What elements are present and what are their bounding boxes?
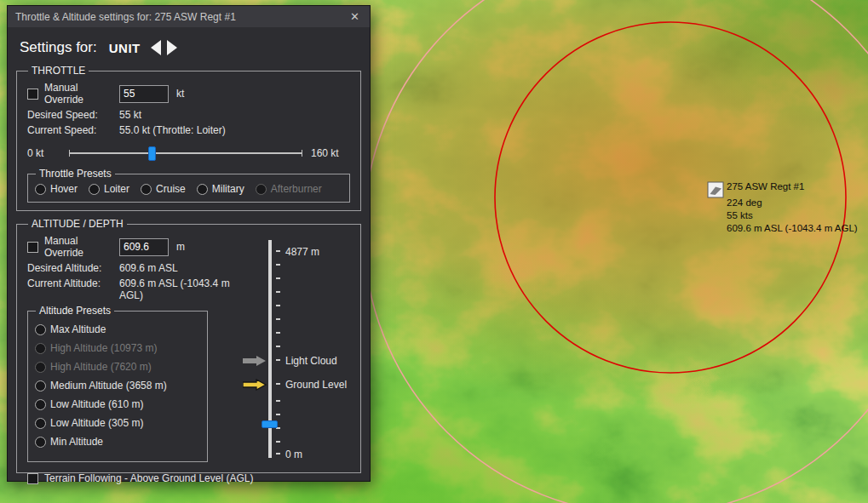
previous-unit-button[interactable] <box>151 38 161 57</box>
throttle-manual-override-input[interactable] <box>119 85 169 103</box>
altitude-presets-group: Altitude Presets Max Altitude High Altit… <box>27 305 208 462</box>
radio-label: Cruise <box>156 183 186 195</box>
altitude-max-tick-label: 4877 m <box>285 246 319 258</box>
radio-label: Low Altitude (305 m) <box>50 417 143 429</box>
altitude-preset-low-305[interactable]: Low Altitude (305 m) <box>35 417 200 429</box>
radio-label: High Altitude (10973 m) <box>50 342 157 354</box>
altitude-preset-low-610[interactable]: Low Altitude (610 m) <box>35 398 200 410</box>
throttle-group-label: THROTTLE <box>28 65 89 77</box>
checkbox-icon <box>27 473 38 484</box>
slider-tick <box>276 383 280 385</box>
altitude-group: ALTITUDE / DEPTH Manual Override m Desir… <box>16 218 361 473</box>
throttle-presets-group: Throttle Presets Hover Loiter Cruise Mil… <box>27 168 350 203</box>
cloud-level-arrow-icon <box>243 355 267 367</box>
altitude-manual-override-checkbox[interactable]: Manual Override <box>27 235 119 259</box>
checkbox-icon <box>27 89 38 100</box>
right-arrow-icon <box>167 40 177 55</box>
radio-label: Military <box>212 183 244 195</box>
slider-tick <box>276 277 280 279</box>
current-speed-row: Current Speed: 55.0 kt (Throttle: Loiter… <box>27 124 350 136</box>
radio-icon <box>35 362 46 373</box>
throttle-manual-override-checkbox[interactable]: Manual Override <box>27 82 119 106</box>
dialog-title: Throttle & Altitude settings for: 275 AS… <box>15 11 348 23</box>
throttle-preset-cruise[interactable]: Cruise <box>141 183 186 195</box>
desired-speed-value: 55 kt <box>119 109 141 121</box>
speed-slider-row: 0 kt 160 kt <box>27 144 350 163</box>
throttle-preset-loiter[interactable]: Loiter <box>89 183 129 195</box>
altitude-preset-medium-3658[interactable]: Medium Altitude (3658 m) <box>35 380 200 392</box>
radio-label: Max Altitude <box>50 323 106 335</box>
speed-slider-track[interactable] <box>69 145 302 162</box>
altitude-presets-label: Altitude Presets <box>36 305 114 317</box>
slider-tick <box>276 453 280 454</box>
throttle-unit-label: kt <box>176 88 184 100</box>
unit-name-label: 275 ASW Regt #1 <box>727 181 804 191</box>
altitude-preset-max[interactable]: Max Altitude <box>35 323 200 335</box>
speed-slider-max-label: 160 kt <box>311 147 350 159</box>
altitude-left-column: Manual Override m Desired Altitude: 609.… <box>27 237 242 462</box>
slider-tick <box>276 318 280 320</box>
throttle-presets-row: Hover Loiter Cruise Military Afterburner <box>35 183 342 195</box>
dialog-titlebar[interactable]: Throttle & Altitude settings for: 275 AS… <box>8 6 370 27</box>
settings-scope-row: Settings for: UNIT <box>8 27 370 63</box>
ground-level-arrow-icon <box>243 379 267 391</box>
slider-tick <box>276 346 280 347</box>
radio-label: Low Altitude (610 m) <box>50 398 143 410</box>
current-speed-label: Current Speed: <box>27 124 119 136</box>
slider-tick <box>276 359 280 361</box>
left-arrow-icon <box>151 40 161 55</box>
close-icon[interactable]: ✕ <box>348 10 362 23</box>
altitude-preset-high-10973: High Altitude (10973 m) <box>35 342 200 354</box>
slider-tick <box>276 441 280 443</box>
throttle-preset-military[interactable]: Military <box>197 183 244 195</box>
radio-icon <box>141 184 152 195</box>
throttle-preset-hover[interactable]: Hover <box>35 183 78 195</box>
desired-altitude-value: 609.6 m ASL <box>119 262 178 274</box>
radio-icon <box>35 399 46 410</box>
altitude-group-label: ALTITUDE / DEPTH <box>28 218 127 230</box>
altitude-slider[interactable]: 4877 m Light Cloud Ground Level 0 m <box>238 240 357 460</box>
unit-speed-label: 55 kts <box>727 210 753 220</box>
speed-slider-end-tick <box>302 150 302 157</box>
altitude-preset-high-7620: High Altitude (7620 m) <box>35 361 200 373</box>
throttle-altitude-dialog: Throttle & Altitude settings for: 275 AS… <box>7 5 371 482</box>
current-altitude-row: Current Altitude: 609.6 m ASL (-1043.4 m… <box>27 277 242 301</box>
altitude-manual-override-input[interactable] <box>119 238 169 256</box>
altitude-manual-override-row: Manual Override m <box>27 237 242 257</box>
radio-icon <box>197 184 208 195</box>
next-unit-button[interactable] <box>167 38 177 57</box>
radio-label: Min Altitude <box>50 436 103 448</box>
slider-tick <box>276 400 280 402</box>
current-altitude-label: Current Altitude: <box>27 277 119 301</box>
radio-icon <box>35 184 46 195</box>
altitude-manual-override-label: Manual Override <box>44 235 119 259</box>
speed-slider-end-tick <box>69 150 70 157</box>
altitude-unit-label: m <box>176 241 185 253</box>
radio-label: Hover <box>50 183 78 195</box>
current-speed-value: 55.0 kt (Throttle: Loiter) <box>119 124 226 136</box>
ground-level-tick-label: Ground Level <box>285 379 347 391</box>
desired-altitude-row: Desired Altitude: 609.6 m ASL <box>27 262 242 274</box>
slider-tick <box>276 264 280 266</box>
altitude-preset-min[interactable]: Min Altitude <box>35 436 200 448</box>
radio-icon <box>35 380 46 392</box>
throttle-preset-afterburner: Afterburner <box>256 183 322 195</box>
radio-label: Medium Altitude (3658 m) <box>50 380 167 392</box>
throttle-presets-label: Throttle Presets <box>36 168 115 180</box>
slider-tick <box>276 250 280 252</box>
slider-tick <box>276 332 280 334</box>
radio-label: High Altitude (7620 m) <box>50 361 152 373</box>
radio-icon <box>35 324 46 335</box>
unit-scope-label: UNIT <box>109 41 141 55</box>
speed-slider-handle[interactable] <box>148 146 156 161</box>
throttle-manual-override-label: Manual Override <box>44 82 119 106</box>
radio-icon <box>35 343 46 354</box>
slider-tick <box>276 305 280 306</box>
slider-tick <box>276 291 280 293</box>
radio-label: Afterburner <box>271 183 322 195</box>
speed-slider-min-label: 0 kt <box>27 147 69 159</box>
terrain-following-checkbox[interactable]: Terrain Following - Above Ground Level (… <box>27 472 350 484</box>
radio-label: Loiter <box>104 183 129 195</box>
altitude-slider-handle[interactable] <box>262 420 278 428</box>
terrain-following-label: Terrain Following - Above Ground Level (… <box>44 472 253 484</box>
